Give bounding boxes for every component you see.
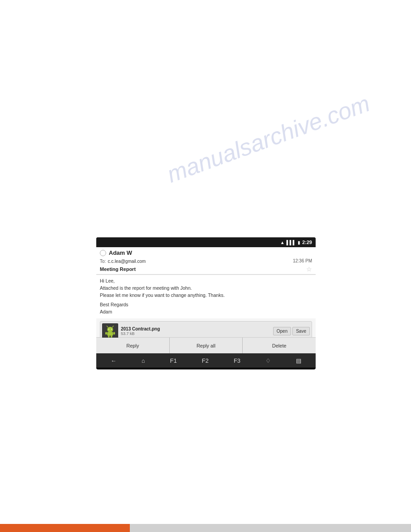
svg-point-3 [108, 329, 109, 330]
star-icon[interactable]: ☆ [306, 266, 312, 273]
to-label: To: [100, 259, 106, 264]
subject-row: Meeting Report ☆ [100, 266, 312, 273]
action-buttons-bar: Reply Reply all Delete [96, 337, 316, 353]
svg-point-4 [111, 329, 112, 330]
signature-line2: Adam [100, 309, 312, 316]
sender-row: Adam W [100, 249, 312, 256]
android-icon [103, 325, 117, 338]
status-time: 2:29 [302, 240, 312, 245]
svg-line-2 [112, 326, 114, 327]
status-icons: ▲ ▌▌▌ ▮ 2:29 [280, 240, 312, 245]
home-nav-button[interactable]: ⌂ [141, 357, 145, 364]
email-body: Hi Lee, Attached is the report for meeti… [96, 275, 316, 318]
email-body-text: Hi Lee, Attached is the report for meeti… [100, 278, 312, 299]
svg-rect-6 [105, 332, 107, 335]
svg-point-0 [107, 327, 113, 332]
signal-icon: ▌▌▌ [287, 240, 296, 245]
back-nav-button[interactable]: ← [111, 357, 116, 364]
phone-screen: ▲ ▌▌▌ ▮ 2:29 Adam W To: c.c.lea@gmail.co… [96, 237, 316, 369]
menu-nav-button[interactable]: ▤ [296, 357, 301, 364]
reply-button[interactable]: Reply [96, 338, 170, 353]
email-content-area: Adam W To: c.c.lea@gmail.com 12:36 PM Me… [96, 247, 316, 337]
svg-rect-5 [107, 332, 113, 335]
svg-rect-7 [113, 332, 115, 335]
body-line2: Attached is the report for meeting with … [100, 285, 312, 292]
open-attachment-button[interactable]: Open [273, 327, 291, 335]
attachment-size: 53.7 kB [121, 331, 270, 336]
status-bar: ▲ ▌▌▌ ▮ 2:29 [96, 237, 316, 247]
svg-line-1 [107, 326, 108, 327]
save-attachment-button[interactable]: Save [292, 327, 310, 335]
attachment-filename: 2013 Contract.png [121, 326, 270, 331]
email-time: 12:36 PM [293, 258, 312, 263]
email-subject: Meeting Report [100, 266, 136, 272]
attachment-thumbnail [102, 323, 118, 339]
to-row: To: c.c.lea@gmail.com 12:36 PM [100, 257, 312, 265]
body-line1: Hi Lee, [100, 278, 312, 285]
bottom-orange-bar [0, 524, 130, 532]
sender-avatar [100, 250, 106, 256]
bottom-gray-bar [130, 524, 411, 532]
f2-nav-button[interactable]: F2 [202, 357, 209, 364]
wifi-icon: ▲ [280, 240, 285, 245]
recipient-email: c.c.lea@gmail.com [108, 259, 146, 264]
svg-rect-8 [108, 335, 110, 338]
reply-all-button[interactable]: Reply all [170, 338, 243, 353]
f3-nav-button[interactable]: F3 [234, 357, 240, 364]
delete-button[interactable]: Delete [243, 338, 316, 353]
watermark: manualsarchive.com [163, 90, 373, 188]
battery-icon: ▮ [298, 240, 300, 245]
f1-nav-button[interactable]: F1 [170, 357, 177, 364]
navigation-bar: ← ⌂ F1 F2 F3 ♢ ▤ [96, 353, 316, 368]
attachment-buttons: Open Save [273, 327, 310, 335]
attachment-info: 2013 Contract.png 53.7 kB [118, 326, 273, 336]
svg-rect-9 [111, 335, 112, 338]
signature-line1: Best Regards [100, 301, 312, 309]
sender-name: Adam W [109, 249, 132, 256]
email-header: Adam W To: c.c.lea@gmail.com 12:36 PM Me… [96, 247, 316, 275]
email-signature: Best Regards Adam [100, 301, 312, 316]
search-nav-button[interactable]: ♢ [265, 357, 271, 364]
body-line3: Please let me know if you want to change… [100, 292, 312, 299]
